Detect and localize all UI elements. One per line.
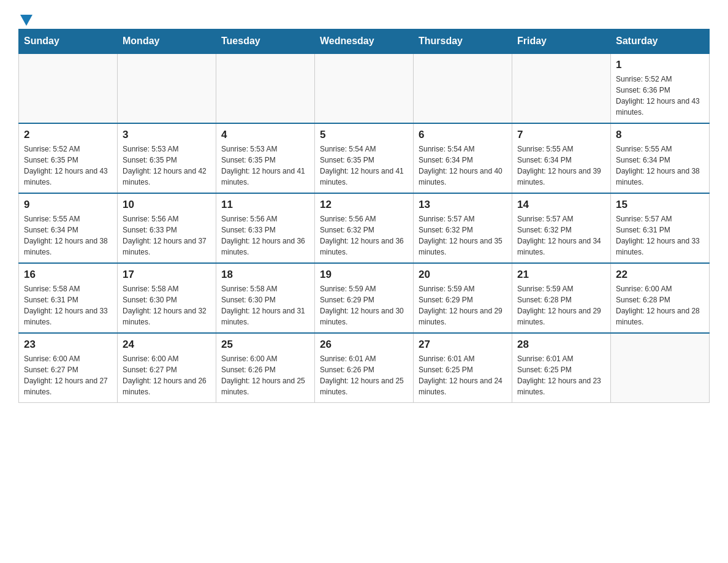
logo-triangle-icon <box>20 15 32 26</box>
day-number: 25 <box>221 339 309 351</box>
day-number: 4 <box>221 129 309 141</box>
calendar-week-row: 9Sunrise: 5:55 AMSunset: 6:34 PMDaylight… <box>19 193 710 263</box>
day-info: Sunrise: 5:58 AMSunset: 6:31 PMDaylight:… <box>24 283 112 327</box>
table-row <box>315 53 414 123</box>
day-number: 24 <box>123 339 211 351</box>
day-info: Sunrise: 6:01 AMSunset: 6:26 PMDaylight:… <box>320 353 408 397</box>
table-row <box>19 53 118 123</box>
col-sunday: Sunday <box>19 29 118 54</box>
day-number: 21 <box>517 269 605 281</box>
day-info: Sunrise: 5:52 AMSunset: 6:35 PMDaylight:… <box>24 144 112 188</box>
day-number: 26 <box>320 339 408 351</box>
calendar-header-row: Sunday Monday Tuesday Wednesday Thursday… <box>19 29 710 54</box>
day-info: Sunrise: 5:56 AMSunset: 6:32 PMDaylight:… <box>320 213 408 258</box>
table-row: 28Sunrise: 6:01 AMSunset: 6:25 PMDayligh… <box>512 333 611 403</box>
day-info: Sunrise: 5:55 AMSunset: 6:34 PMDaylight:… <box>616 144 704 188</box>
table-row: 2Sunrise: 5:52 AMSunset: 6:35 PMDaylight… <box>19 123 118 193</box>
table-row: 7Sunrise: 5:55 AMSunset: 6:34 PMDaylight… <box>512 123 611 193</box>
table-row <box>414 53 512 123</box>
day-number: 16 <box>24 269 112 281</box>
day-number: 17 <box>123 269 211 281</box>
table-row <box>512 53 611 123</box>
day-number: 18 <box>221 269 309 281</box>
day-info: Sunrise: 5:53 AMSunset: 6:35 PMDaylight:… <box>221 144 309 188</box>
table-row: 4Sunrise: 5:53 AMSunset: 6:35 PMDaylight… <box>216 123 315 193</box>
col-tuesday: Tuesday <box>216 29 315 54</box>
table-row: 20Sunrise: 5:59 AMSunset: 6:29 PMDayligh… <box>414 263 512 333</box>
day-info: Sunrise: 6:00 AMSunset: 6:28 PMDaylight:… <box>616 283 704 327</box>
day-info: Sunrise: 5:59 AMSunset: 6:29 PMDaylight:… <box>419 283 507 327</box>
table-row: 15Sunrise: 5:57 AMSunset: 6:31 PMDayligh… <box>611 193 710 263</box>
table-row: 18Sunrise: 5:58 AMSunset: 6:30 PMDayligh… <box>216 263 315 333</box>
table-row: 3Sunrise: 5:53 AMSunset: 6:35 PMDaylight… <box>118 123 216 193</box>
table-row <box>118 53 216 123</box>
day-number: 6 <box>419 129 507 141</box>
table-row: 24Sunrise: 6:00 AMSunset: 6:27 PMDayligh… <box>118 333 216 403</box>
table-row: 14Sunrise: 5:57 AMSunset: 6:32 PMDayligh… <box>512 193 611 263</box>
table-row: 12Sunrise: 5:56 AMSunset: 6:32 PMDayligh… <box>315 193 414 263</box>
calendar-week-row: 2Sunrise: 5:52 AMSunset: 6:35 PMDaylight… <box>19 123 710 193</box>
col-thursday: Thursday <box>414 29 512 54</box>
day-number: 1 <box>616 59 704 71</box>
day-number: 13 <box>419 199 507 211</box>
day-number: 20 <box>419 269 507 281</box>
day-info: Sunrise: 5:53 AMSunset: 6:35 PMDaylight:… <box>123 144 211 188</box>
day-info: Sunrise: 5:58 AMSunset: 6:30 PMDaylight:… <box>221 283 309 327</box>
table-row: 21Sunrise: 5:59 AMSunset: 6:28 PMDayligh… <box>512 263 611 333</box>
table-row: 9Sunrise: 5:55 AMSunset: 6:34 PMDaylight… <box>19 193 118 263</box>
day-info: Sunrise: 5:55 AMSunset: 6:34 PMDaylight:… <box>517 144 605 188</box>
table-row: 16Sunrise: 5:58 AMSunset: 6:31 PMDayligh… <box>19 263 118 333</box>
table-row: 10Sunrise: 5:56 AMSunset: 6:33 PMDayligh… <box>118 193 216 263</box>
day-number: 3 <box>123 129 211 141</box>
table-row: 11Sunrise: 5:56 AMSunset: 6:33 PMDayligh… <box>216 193 315 263</box>
day-number: 14 <box>517 199 605 211</box>
day-number: 22 <box>616 269 704 281</box>
day-number: 15 <box>616 199 704 211</box>
table-row: 25Sunrise: 6:00 AMSunset: 6:26 PMDayligh… <box>216 333 315 403</box>
day-info: Sunrise: 5:59 AMSunset: 6:29 PMDaylight:… <box>320 283 408 327</box>
table-row: 5Sunrise: 5:54 AMSunset: 6:35 PMDaylight… <box>315 123 414 193</box>
day-info: Sunrise: 5:56 AMSunset: 6:33 PMDaylight:… <box>221 213 309 258</box>
day-number: 2 <box>24 129 112 141</box>
day-number: 28 <box>517 339 605 351</box>
table-row <box>611 333 710 403</box>
table-row <box>216 53 315 123</box>
day-number: 8 <box>616 129 704 141</box>
day-number: 9 <box>24 199 112 211</box>
col-friday: Friday <box>512 29 611 54</box>
day-info: Sunrise: 5:55 AMSunset: 6:34 PMDaylight:… <box>24 213 112 258</box>
day-info: Sunrise: 5:58 AMSunset: 6:30 PMDaylight:… <box>123 283 211 327</box>
day-info: Sunrise: 5:56 AMSunset: 6:33 PMDaylight:… <box>123 213 211 258</box>
col-saturday: Saturday <box>611 29 710 54</box>
calendar-table: Sunday Monday Tuesday Wednesday Thursday… <box>18 29 710 403</box>
table-row: 17Sunrise: 5:58 AMSunset: 6:30 PMDayligh… <box>118 263 216 333</box>
page-header <box>18 12 710 23</box>
day-number: 27 <box>419 339 507 351</box>
day-info: Sunrise: 6:01 AMSunset: 6:25 PMDaylight:… <box>517 353 605 397</box>
day-info: Sunrise: 6:01 AMSunset: 6:25 PMDaylight:… <box>419 353 507 397</box>
table-row: 8Sunrise: 5:55 AMSunset: 6:34 PMDaylight… <box>611 123 710 193</box>
day-info: Sunrise: 5:57 AMSunset: 6:31 PMDaylight:… <box>616 213 704 258</box>
table-row: 27Sunrise: 6:01 AMSunset: 6:25 PMDayligh… <box>414 333 512 403</box>
calendar-week-row: 23Sunrise: 6:00 AMSunset: 6:27 PMDayligh… <box>19 333 710 403</box>
table-row: 23Sunrise: 6:00 AMSunset: 6:27 PMDayligh… <box>19 333 118 403</box>
table-row: 1Sunrise: 5:52 AMSunset: 6:36 PMDaylight… <box>611 53 710 123</box>
table-row: 6Sunrise: 5:54 AMSunset: 6:34 PMDaylight… <box>414 123 512 193</box>
calendar-week-row: 16Sunrise: 5:58 AMSunset: 6:31 PMDayligh… <box>19 263 710 333</box>
day-info: Sunrise: 5:52 AMSunset: 6:36 PMDaylight:… <box>616 74 704 118</box>
day-info: Sunrise: 5:54 AMSunset: 6:34 PMDaylight:… <box>419 144 507 188</box>
col-monday: Monday <box>118 29 216 54</box>
day-number: 7 <box>517 129 605 141</box>
table-row: 26Sunrise: 6:01 AMSunset: 6:26 PMDayligh… <box>315 333 414 403</box>
day-number: 10 <box>123 199 211 211</box>
table-row: 22Sunrise: 6:00 AMSunset: 6:28 PMDayligh… <box>611 263 710 333</box>
day-info: Sunrise: 5:54 AMSunset: 6:35 PMDaylight:… <box>320 144 408 188</box>
day-info: Sunrise: 6:00 AMSunset: 6:27 PMDaylight:… <box>24 353 112 397</box>
day-number: 23 <box>24 339 112 351</box>
day-number: 19 <box>320 269 408 281</box>
day-info: Sunrise: 5:59 AMSunset: 6:28 PMDaylight:… <box>517 283 605 327</box>
day-number: 12 <box>320 199 408 211</box>
day-info: Sunrise: 5:57 AMSunset: 6:32 PMDaylight:… <box>419 213 507 258</box>
table-row: 13Sunrise: 5:57 AMSunset: 6:32 PMDayligh… <box>414 193 512 263</box>
day-info: Sunrise: 6:00 AMSunset: 6:26 PMDaylight:… <box>221 353 309 397</box>
